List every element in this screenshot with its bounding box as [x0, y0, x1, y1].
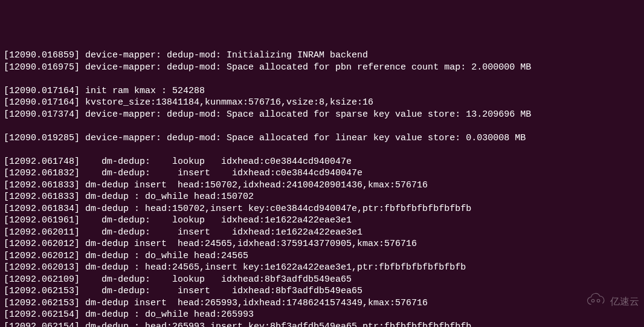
log-message: dm-dedup insert head:24565,idxhead:37591…	[85, 239, 417, 249]
log-line: [12090.016975] device-mapper: dedup-mod:…	[4, 62, 640, 74]
log-message: dm-dedup: insert idxhead:c0e3844cd940047…	[85, 168, 362, 178]
log-line: [12092.061748] dm-dedup: lookup idxhead:…	[4, 156, 640, 168]
log-line: [12092.062153] dm-dedup insert head:2659…	[4, 297, 640, 309]
log-timestamp: [12092.062154]	[4, 309, 85, 320]
log-message: dm-dedup insert head:150702,idxhead:2410…	[85, 180, 428, 190]
log-timestamp: [12090.017374]	[4, 109, 85, 120]
log-line: [12090.017374] device-mapper: dedup-mod:…	[4, 109, 640, 121]
watermark: 亿速云	[574, 280, 639, 323]
log-line: [12092.062109] dm-dedup: lookup idxhead:…	[4, 274, 640, 286]
log-message: dm-dedup : do_while head:150702	[85, 192, 254, 202]
log-timestamp: [12092.062012]	[4, 251, 85, 261]
log-timestamp: [12090.019285]	[4, 133, 85, 143]
log-line: [12092.062154] dm-dedup : do_while head:…	[4, 309, 640, 321]
log-message: dm-dedup: lookup idxhead:8bf3adfdb549ea6…	[85, 274, 352, 285]
log-message: device-mapper: dedup-mod: Initializing I…	[85, 50, 368, 60]
log-line: [12090.017164] kvstore_size:13841184,kun…	[4, 97, 640, 109]
svg-point-0	[591, 300, 594, 303]
log-timestamp: [12092.061832]	[4, 168, 85, 178]
log-timestamp: [12092.061834]	[4, 204, 85, 214]
terminal-output: [12090.016859] device-mapper: dedup-mod:…	[4, 50, 640, 327]
log-line: [12092.061832] dm-dedup: insert idxhead:…	[4, 167, 640, 180]
log-line: [12090.017164] init ram kmax : 524288	[4, 85, 640, 97]
log-timestamp: [12092.062154]	[4, 322, 85, 328]
log-message: dm-dedup: lookup idxhead:1e1622a422eae3e…	[85, 215, 352, 225]
log-timestamp: [12092.061833]	[4, 192, 85, 202]
log-timestamp: [12092.062011]	[4, 227, 85, 238]
log-timestamp: [12092.062013]	[4, 262, 85, 273]
log-message: dm-dedup : do_while head:265993	[85, 309, 254, 320]
log-message: kvstore_size:13841184,kunmmax:576716,vsi…	[85, 97, 373, 108]
cloud-icon	[574, 280, 607, 323]
log-message: dm-dedup: insert idxhead:1e1622a422eae3e…	[85, 227, 362, 238]
log-message: dm-dedup : head:24565,insert key:1e1622a…	[85, 262, 466, 273]
log-line: [12092.062011] dm-dedup: insert idxhead:…	[4, 227, 640, 239]
log-line: [12090.019285] device-mapper: dedup-mod:…	[4, 132, 640, 144]
log-line: [12090.016859] device-mapper: dedup-mod:…	[4, 50, 640, 62]
log-line: [12092.061833] dm-dedup : do_while head:…	[4, 191, 640, 203]
log-timestamp: [12092.062109]	[4, 274, 85, 285]
log-message: init ram kmax : 524288	[85, 86, 205, 96]
log-timestamp: [12092.062012]	[4, 239, 85, 249]
log-timestamp: [12092.061961]	[4, 215, 85, 225]
log-message: dm-dedup : do_while head:24565	[85, 251, 248, 261]
log-message: device-mapper: dedup-mod: Space allocate…	[85, 62, 531, 73]
log-line	[4, 120, 640, 132]
log-timestamp: [12092.061833]	[4, 180, 85, 190]
log-line	[4, 144, 640, 156]
log-timestamp: [12092.061748]	[4, 157, 85, 167]
log-message: dm-dedup : head:150702,insert key:c0e384…	[85, 204, 471, 214]
log-timestamp: [12092.062153]	[4, 286, 85, 296]
svg-point-1	[597, 300, 600, 303]
log-timestamp: [12090.016975]	[4, 62, 85, 73]
log-timestamp: [12090.016859]	[4, 50, 85, 60]
log-timestamp: [12092.062153]	[4, 298, 85, 308]
log-message: dm-dedup : head:265993,insert key:8bf3ad…	[85, 322, 471, 328]
log-line: [12092.061834] dm-dedup : head:150702,in…	[4, 203, 640, 215]
log-line: [12092.062012] dm-dedup : do_while head:…	[4, 250, 640, 262]
log-line: [12092.061961] dm-dedup: lookup idxhead:…	[4, 215, 640, 227]
log-message: device-mapper: dedup-mod: Space allocate…	[85, 133, 526, 143]
log-line: [12092.061833] dm-dedup insert head:1507…	[4, 180, 640, 192]
log-message: device-mapper: dedup-mod: Space allocate…	[85, 109, 531, 120]
log-line: [12092.062154] dm-dedup : head:265993,in…	[4, 321, 640, 328]
log-line: [12092.062013] dm-dedup : head:24565,ins…	[4, 262, 640, 274]
log-line: [12092.062153] dm-dedup: insert idxhead:…	[4, 285, 640, 297]
log-message: dm-dedup: lookup idxhead:c0e3844cd940047…	[85, 157, 352, 167]
watermark-text: 亿速云	[610, 296, 639, 308]
log-message: dm-dedup insert head:265993,idxhead:1748…	[85, 298, 428, 308]
log-line: [12092.062012] dm-dedup insert head:2456…	[4, 238, 640, 250]
log-line	[4, 73, 640, 85]
log-timestamp: [12090.017164]	[4, 86, 85, 96]
log-message: dm-dedup: insert idxhead:8bf3adfdb549ea6…	[85, 286, 362, 296]
log-timestamp: [12090.017164]	[4, 97, 85, 108]
